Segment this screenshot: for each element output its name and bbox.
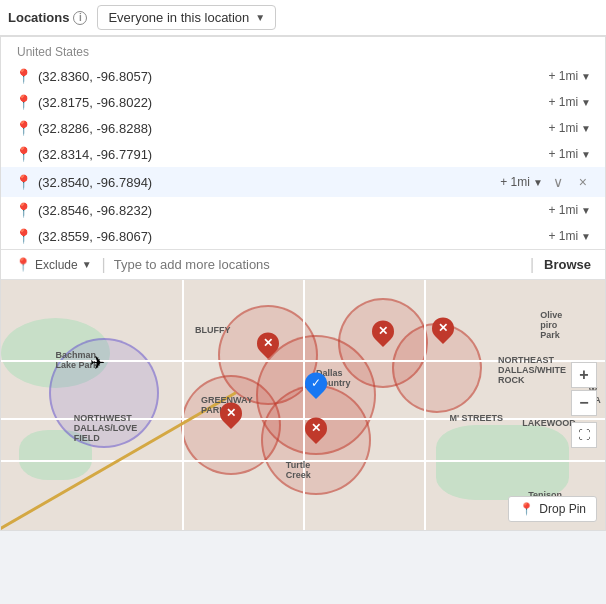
road-v2 [182, 280, 184, 530]
top-bar: Locations i Everyone in this location ▼ [0, 0, 606, 36]
plane-icon: ✈ [90, 353, 105, 373]
radius-chevron-icon: ▼ [581, 231, 591, 242]
separator2: | [526, 256, 538, 274]
map-pin: ✕ [432, 317, 454, 339]
radius-chevron-icon: ▼ [581, 123, 591, 134]
location-coords: (32.8175, -96.8022) [38, 95, 542, 110]
location-item: 📍(32.8286, -96.8288)+ 1mi ▼ [1, 115, 605, 141]
road-v1 [303, 280, 305, 530]
location-pin-icon: 📍 [15, 174, 32, 190]
country-label: United States [1, 37, 605, 63]
locations-text: Locations [8, 10, 69, 25]
radius-chevron-icon: ▼ [581, 71, 591, 82]
info-icon[interactable]: i [73, 11, 87, 25]
location-pin-icon: 📍 [15, 68, 32, 84]
x-pin-body: ✕ [367, 315, 398, 346]
drop-pin-label: Drop Pin [539, 502, 586, 516]
location-pin-icon: 📍 [15, 146, 32, 162]
exclude-button[interactable]: 📍 Exclude ▼ [9, 250, 98, 279]
location-coords: (32.8286, -96.8288) [38, 121, 542, 136]
location-item: 📍(32.8175, -96.8022)+ 1mi ▼ [1, 89, 605, 115]
locations-panel: United States 📍(32.8360, -96.8057)+ 1mi … [0, 36, 606, 531]
map-container: ✓✕✕✕✕✕✈ Bachman Lake ParkBLUFFYGREENWAY … [1, 280, 605, 530]
location-item: 📍(32.8559, -96.8067)+ 1mi ▼ [1, 223, 605, 249]
item-actions: ∨× [549, 172, 591, 192]
x-pin-body: ✕ [252, 328, 283, 359]
add-location-bar: 📍 Exclude ▼ | | Browse [1, 249, 605, 280]
exclude-chevron-icon: ▼ [82, 259, 92, 270]
map-pin: ✈ [90, 352, 105, 374]
browse-button[interactable]: Browse [538, 250, 597, 279]
location-pin-icon: 📍 [15, 94, 32, 110]
map-label: NORTHEAST DALLAS/WHITE ROCK [498, 355, 566, 385]
park-area3 [436, 425, 569, 500]
location-coords: (32.8540, -96.7894) [38, 175, 494, 190]
drop-pin-button[interactable]: 📍 Drop Pin [508, 496, 597, 522]
separator: | [98, 256, 110, 274]
fullscreen-button[interactable]: ⛶ [571, 422, 597, 448]
radius-badge[interactable]: + 1mi ▼ [548, 229, 591, 243]
location-coords: (32.8559, -96.8067) [38, 229, 542, 244]
map-label: NORTHWEST DALLAS/LOVE FIELD [74, 413, 138, 443]
radius-badge[interactable]: + 1mi ▼ [548, 69, 591, 83]
location-item: 📍(32.8314, -96.7791)+ 1mi ▼ [1, 141, 605, 167]
map-label: BLUFFY [195, 325, 231, 335]
map-pin: ✕ [257, 332, 279, 354]
locations-label: Locations i [8, 10, 87, 25]
radius-badge[interactable]: + 1mi ▼ [548, 121, 591, 135]
radius-chevron-icon: ▼ [533, 177, 543, 188]
radius-badge[interactable]: + 1mi ▼ [548, 95, 591, 109]
location-item: 📍(32.8546, -96.8232)+ 1mi ▼ [1, 197, 605, 223]
radius-chevron-icon: ▼ [581, 149, 591, 160]
location-item: 📍(32.8360, -96.8057)+ 1mi ▼ [1, 63, 605, 89]
radius-chevron-icon: ▼ [581, 205, 591, 216]
collapse-button[interactable]: ∨ [549, 172, 567, 192]
chevron-down-icon: ▼ [255, 12, 265, 23]
radius-badge[interactable]: + 1mi ▼ [548, 203, 591, 217]
map-pin: ✓ [305, 372, 327, 394]
location-item: 📍(32.8540, -96.7894)+ 1mi ▼∨× [1, 167, 605, 197]
map-label: Olive piro Park [540, 310, 562, 340]
drop-pin-icon: 📍 [519, 502, 534, 516]
audience-dropdown-label: Everyone in this location [108, 10, 249, 25]
x-pin-body: ✕ [216, 398, 247, 429]
map-pin: ✕ [220, 402, 242, 424]
zoom-in-button[interactable]: + [571, 362, 597, 388]
location-coords: (32.8546, -96.8232) [38, 203, 542, 218]
x-pin-body: ✕ [301, 413, 332, 444]
radius-chevron-icon: ▼ [581, 97, 591, 108]
map-pin: ✕ [305, 417, 327, 439]
map-label: Turtle Creek [286, 460, 311, 480]
map-controls: + − ⛶ [571, 362, 597, 448]
location-list: 📍(32.8360, -96.8057)+ 1mi ▼📍(32.8175, -9… [1, 63, 605, 249]
location-pin-icon: 📍 [15, 228, 32, 244]
location-search-input[interactable] [110, 250, 526, 279]
x-pin-body: ✕ [428, 313, 459, 344]
location-coords: (32.8360, -96.8057) [38, 69, 542, 84]
audience-dropdown[interactable]: Everyone in this location ▼ [97, 5, 276, 30]
remove-location-button[interactable]: × [575, 172, 591, 192]
exclude-label: Exclude [35, 258, 78, 272]
radius-badge[interactable]: + 1mi ▼ [548, 147, 591, 161]
exclude-pin-icon: 📍 [15, 257, 31, 272]
location-pin-icon: 📍 [15, 202, 32, 218]
road-v3 [424, 280, 426, 530]
radius-badge[interactable]: + 1mi ▼ [500, 175, 543, 189]
map-label: LAKEWOOD [522, 418, 576, 428]
zoom-out-button[interactable]: − [571, 390, 597, 416]
map-pin: ✕ [372, 320, 394, 342]
location-pin-icon: 📍 [15, 120, 32, 136]
map-label: M' STREETS [449, 413, 503, 423]
location-coords: (32.8314, -96.7791) [38, 147, 542, 162]
check-pin-body: ✓ [301, 368, 332, 399]
